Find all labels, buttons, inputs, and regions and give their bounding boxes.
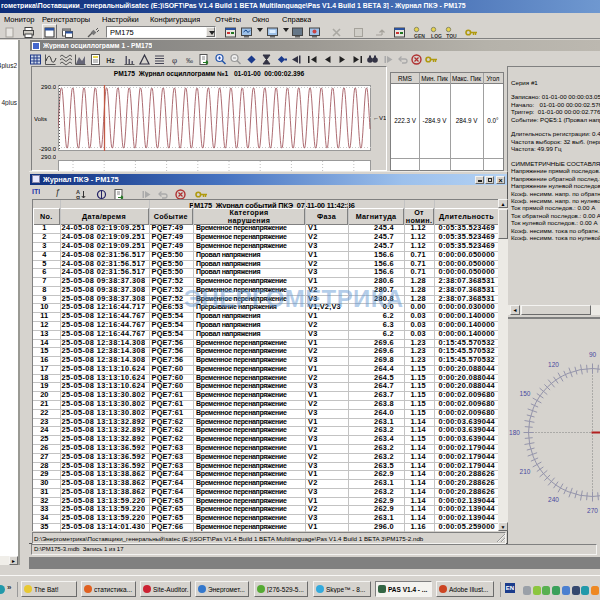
svg-text:GEN: GEN: [414, 33, 425, 39]
svg-text:270: 270: [587, 507, 598, 514]
svg-text:120: 120: [548, 361, 559, 368]
svg-text:TOU: TOU: [446, 33, 457, 39]
svg-text:‰: ‰: [186, 57, 193, 64]
svg-text:180: 180: [509, 429, 520, 436]
svg-text:150: 150: [520, 390, 531, 397]
svg-text:LOG: LOG: [431, 33, 442, 39]
svg-text:210: 210: [520, 468, 531, 475]
svg-text:φ: φ: [172, 55, 177, 65]
svg-text:90: 90: [589, 351, 597, 358]
svg-text:240: 240: [548, 496, 559, 503]
svg-text:Hz: Hz: [106, 57, 115, 64]
